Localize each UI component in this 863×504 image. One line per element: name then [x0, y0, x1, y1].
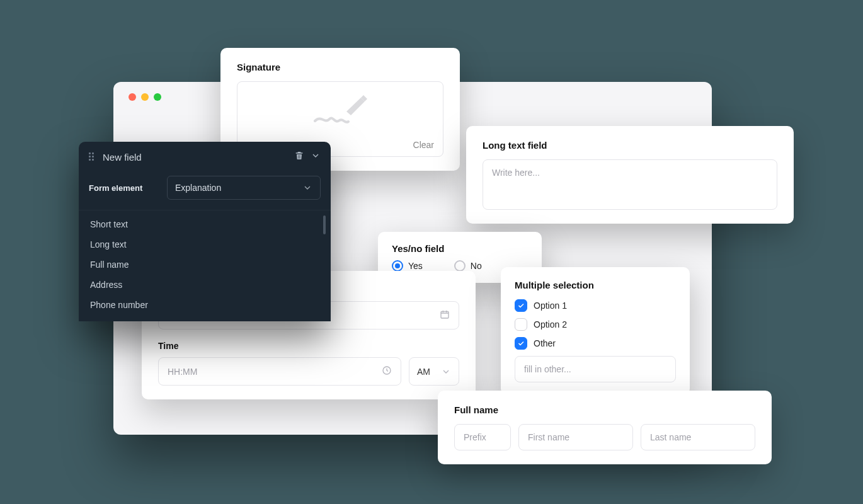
- dropdown-scrollbar[interactable]: [323, 215, 326, 234]
- chevron-down-icon: [311, 151, 321, 161]
- first-name-placeholder: First name: [528, 432, 569, 442]
- chevron-down-icon: [441, 367, 451, 377]
- multiple-selection-title: Multiple selection: [515, 280, 676, 290]
- new-field-title: New field: [103, 152, 288, 163]
- calendar-icon: [440, 309, 450, 321]
- checkbox-row[interactable]: Option 1: [515, 299, 676, 312]
- checkbox-unchecked-icon: [515, 318, 527, 331]
- checkbox-checked-icon: [515, 337, 527, 350]
- last-name-placeholder: Last name: [650, 432, 691, 442]
- form-element-dropdown-list: Short text Long text Full name Address P…: [79, 210, 331, 321]
- time-input[interactable]: HH:MM: [158, 357, 401, 386]
- close-window-dot[interactable]: [129, 93, 136, 101]
- time-placeholder: HH:MM: [168, 367, 197, 377]
- form-element-label: Form element: [89, 183, 158, 193]
- checkbox-label: Option 1: [534, 301, 567, 311]
- window-traffic-lights: [129, 93, 161, 101]
- long-text-title: Long text field: [483, 140, 777, 151]
- signature-placeholder-icon: [312, 93, 369, 130]
- checkbox-checked-icon: [515, 299, 527, 312]
- radio-circle-selected-icon: [392, 260, 403, 272]
- collapse-button[interactable]: [311, 151, 321, 163]
- maximize-window-dot[interactable]: [154, 93, 161, 101]
- yes-no-title: Yes/no field: [392, 243, 528, 254]
- prefix-input[interactable]: Prefix: [454, 424, 511, 450]
- minimize-window-dot[interactable]: [141, 93, 149, 101]
- checkbox-row[interactable]: Option 2: [515, 318, 676, 331]
- svg-rect-0: [441, 311, 449, 318]
- multiple-selection-card: Multiple selection Option 1 Option 2 Oth…: [501, 267, 690, 395]
- checkbox-label: Option 2: [534, 319, 567, 329]
- clock-icon: [382, 365, 392, 377]
- ampm-select[interactable]: AM: [409, 357, 459, 386]
- time-label: Time: [158, 341, 459, 351]
- last-name-input[interactable]: Last name: [641, 424, 755, 450]
- radio-circle-icon: [454, 260, 466, 272]
- radio-yes[interactable]: Yes: [392, 260, 423, 272]
- checkbox-row[interactable]: Other: [515, 337, 676, 350]
- delete-field-button[interactable]: [294, 151, 304, 163]
- dropdown-option[interactable]: Full name: [79, 255, 331, 275]
- signature-title: Signature: [237, 62, 443, 72]
- ampm-value: AM: [417, 367, 430, 377]
- other-input[interactable]: fill in other...: [515, 356, 676, 382]
- chevron-down-icon: [302, 183, 312, 193]
- dropdown-option[interactable]: Long text: [79, 234, 331, 255]
- radio-no-label: No: [471, 261, 482, 271]
- radio-no[interactable]: No: [454, 260, 482, 272]
- signature-clear-button[interactable]: Clear: [413, 140, 434, 150]
- trash-icon: [294, 151, 304, 161]
- prefix-placeholder: Prefix: [464, 432, 486, 442]
- other-placeholder: fill in other...: [524, 364, 571, 374]
- long-text-card: Long text field Write here...: [466, 126, 794, 224]
- drag-handle-icon[interactable]: [89, 152, 96, 161]
- full-name-title: Full name: [454, 404, 755, 415]
- form-element-select[interactable]: Explanation: [167, 176, 321, 200]
- first-name-input[interactable]: First name: [518, 424, 633, 450]
- form-element-selected: Explanation: [175, 183, 221, 193]
- radio-yes-label: Yes: [408, 261, 423, 271]
- long-text-placeholder: Write here...: [492, 168, 540, 178]
- dropdown-option[interactable]: Phone number: [79, 295, 331, 315]
- dropdown-option[interactable]: Address: [79, 275, 331, 295]
- long-text-input[interactable]: Write here...: [483, 159, 777, 210]
- new-field-popover: New field Form element Explanation Short…: [79, 142, 331, 321]
- dropdown-option[interactable]: Short text: [79, 214, 331, 234]
- full-name-card: Full name Prefix First name Last name: [438, 391, 772, 464]
- checkbox-label: Other: [534, 338, 556, 348]
